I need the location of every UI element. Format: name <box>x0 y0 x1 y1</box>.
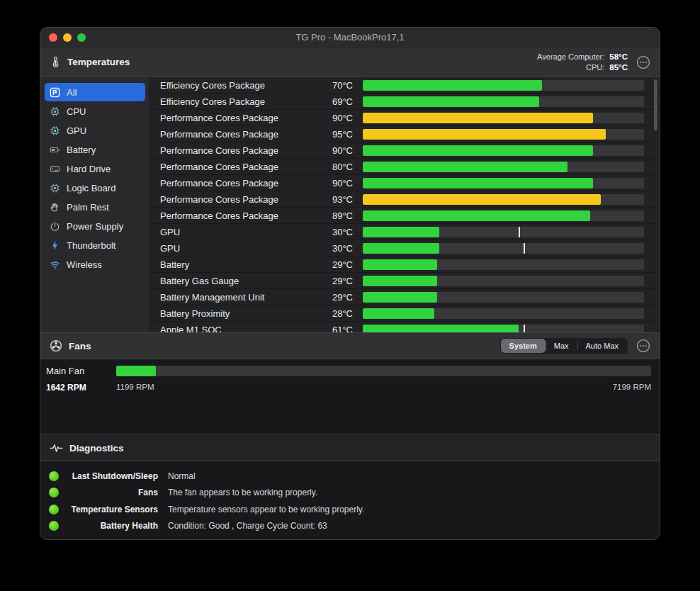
fan-name: Main Fan <box>46 366 116 376</box>
zoom-button[interactable] <box>77 33 86 42</box>
sensor-name: Battery Management Unit <box>160 292 323 303</box>
diagnostic-row: Temperature SensorsTemperature sensors a… <box>49 501 650 518</box>
temperature-row[interactable]: GPU30°C <box>150 224 660 240</box>
sensor-temperature: 93°C <box>323 194 353 205</box>
temperature-max-tick <box>524 243 525 254</box>
sidebar-item-palm-rest[interactable]: Palm Rest <box>45 198 145 216</box>
temperature-bar-track <box>363 194 644 205</box>
temperature-row[interactable]: Apple M1 SOC61°C <box>150 322 660 332</box>
fan-mode-max[interactable]: Max <box>546 339 577 353</box>
temperature-bar-track <box>363 178 644 188</box>
sidebar-item-thunderbolt[interactable]: Thunderbolt <box>45 236 145 254</box>
diagnostic-status: Temperature sensors appear to be working… <box>168 505 364 514</box>
sidebar-item-battery[interactable]: Battery <box>45 140 145 159</box>
sensor-temperature: 28°C <box>323 308 353 319</box>
sidebar-item-label: Thunderbolt <box>67 240 115 251</box>
average-computer-label: Average Computer: <box>537 52 604 61</box>
temperature-row[interactable]: Performance Cores Package95°C <box>150 126 660 142</box>
sidebar-item-cpu[interactable]: CPU <box>45 102 145 120</box>
temperatures-more-options-button[interactable] <box>636 55 650 69</box>
sidebar-item-wireless[interactable]: Wireless <box>45 255 145 274</box>
sensor-name: Performance Cores Package <box>160 210 323 221</box>
sidebar-item-all[interactable]: All <box>45 83 145 101</box>
fan-mode-segmented-control: System Max Auto Max <box>500 338 628 354</box>
temperature-row[interactable]: Efficiency Cores Package70°C <box>150 77 660 94</box>
fans-more-options-button[interactable] <box>636 339 650 353</box>
sidebar-item-hard-drive[interactable]: Hard Drive <box>45 159 145 178</box>
fan-bar-track <box>116 366 651 376</box>
status-ok-dot <box>49 521 59 531</box>
temperature-row[interactable]: Battery29°C <box>150 257 660 273</box>
temperatures-header: Temperatures Average Computer: 58°C CPU:… <box>40 47 660 77</box>
sidebar-item-label: Hard Drive <box>67 164 111 174</box>
fan-mode-auto-max[interactable]: Auto Max <box>577 339 627 353</box>
temperature-row[interactable]: Performance Cores Package89°C <box>150 208 660 224</box>
temperature-row[interactable]: GPU30°C <box>150 240 660 257</box>
temperature-bar-fill <box>363 259 437 270</box>
sensor-temperature: 90°C <box>323 113 353 123</box>
temperature-row[interactable]: Battery Gas Gauge29°C <box>150 273 660 289</box>
diagnostics-title: Diagnostics <box>69 443 124 454</box>
fan-current-rpm: 1642 RPM <box>46 383 116 393</box>
temperature-bar-fill <box>363 162 568 172</box>
temperature-row[interactable]: Performance Cores Package90°C <box>150 110 660 126</box>
sensor-name: Apple M1 SOC <box>160 325 323 333</box>
title-bar[interactable]: TG Pro - MacBookPro17,1 <box>40 28 660 47</box>
diagnostic-label: Temperature Sensors <box>66 505 158 514</box>
temperature-list: Efficiency Cores Package70°CEfficiency C… <box>149 77 660 332</box>
sidebar-item-label: All <box>67 87 77 98</box>
sensor-name: Battery Gas Gauge <box>160 276 323 286</box>
window-title: TG Pro - MacBookPro17,1 <box>295 32 404 43</box>
temperature-row[interactable]: Performance Cores Package90°C <box>150 175 660 191</box>
thermometer-icon <box>50 56 61 68</box>
gpu-chip-icon <box>50 125 60 136</box>
temperature-max-tick <box>519 227 520 237</box>
temperature-bar-track <box>363 259 644 270</box>
sensor-name: Performance Cores Package <box>160 162 323 172</box>
close-button[interactable] <box>49 33 57 42</box>
average-computer-value: 58°C <box>609 52 628 61</box>
sidebar-item-gpu[interactable]: GPU <box>45 121 145 140</box>
temperature-bar-fill <box>363 80 542 91</box>
hard-drive-icon <box>50 164 60 174</box>
temperature-row[interactable]: Performance Cores Package90°C <box>150 142 660 159</box>
diagnostics-header: Diagnostics <box>40 434 660 461</box>
sidebar-item-power-supply[interactable]: Power Supply <box>45 217 145 235</box>
diagnostic-row: Battery HealthCondition: Good , Charge C… <box>49 518 650 535</box>
sensor-name: Efficiency Cores Package <box>160 80 323 91</box>
temperature-row[interactable]: Battery Management Unit29°C <box>150 289 660 305</box>
sensor-temperature: 90°C <box>323 178 353 188</box>
diagnostic-row: Last Shutdown/SleepNormal <box>49 468 650 485</box>
sensor-temperature: 61°C <box>323 325 353 333</box>
sensor-name: Performance Cores Package <box>160 178 323 188</box>
sensor-temperature: 90°C <box>323 145 353 156</box>
temperature-bar-fill <box>363 145 593 156</box>
temperature-bar-fill <box>363 227 439 237</box>
temperature-row[interactable]: Performance Cores Package93°C <box>150 191 660 208</box>
temperature-bar-fill <box>363 96 539 107</box>
temperature-row[interactable]: Efficiency Cores Package69°C <box>150 94 660 110</box>
all-sensors-icon <box>50 87 60 98</box>
temperature-row[interactable]: Performance Cores Package80°C <box>150 159 660 175</box>
temperature-row[interactable]: Battery Proximity28°C <box>150 305 660 322</box>
fan-min-rpm: 1199 RPM <box>116 383 154 393</box>
temperature-bar-fill <box>363 194 601 205</box>
scrollbar-thumb[interactable] <box>654 79 657 130</box>
diagnostic-label: Battery Health <box>66 521 158 531</box>
temperature-bar-track <box>363 243 644 254</box>
sidebar-item-label: GPU <box>67 125 86 136</box>
temperature-bar-fill <box>363 276 437 286</box>
fan-icon <box>50 339 62 352</box>
sidebar-item-logic-board[interactable]: Logic Board <box>45 179 145 197</box>
wifi-icon <box>50 259 60 270</box>
sidebar-item-label: Battery <box>67 145 96 155</box>
fan-mode-system[interactable]: System <box>501 339 546 353</box>
temperature-bar-fill <box>363 178 593 188</box>
temperature-bar-track <box>363 276 644 286</box>
diagnostic-label: Fans <box>66 488 158 497</box>
sidebar-item-label: Wireless <box>67 259 102 270</box>
temperature-bar-track <box>363 308 644 319</box>
temperature-bar-fill <box>363 292 437 303</box>
minimize-button[interactable] <box>63 33 72 42</box>
sensor-temperature: 29°C <box>323 276 353 286</box>
